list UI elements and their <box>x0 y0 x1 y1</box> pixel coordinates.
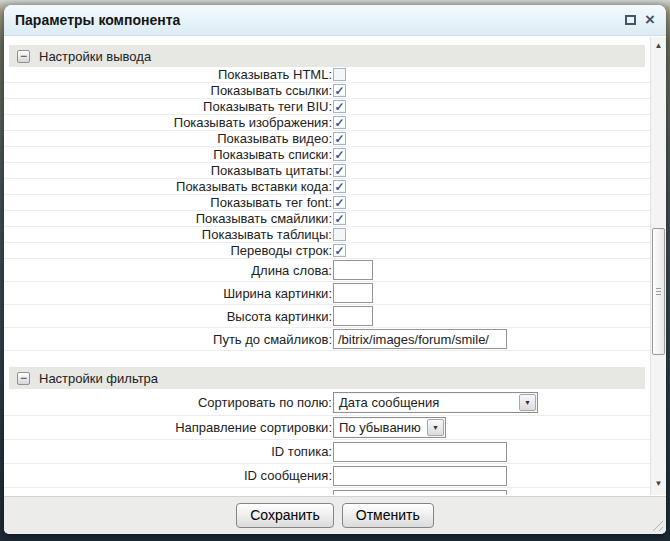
dialog-title: Параметры компонента <box>15 12 625 28</box>
input-row: ID топика: <box>4 440 650 464</box>
text-input[interactable] <box>333 490 507 496</box>
field-label: Длина слова: <box>4 263 332 278</box>
input-row: ID сообщения: <box>4 464 650 488</box>
scroll-down-icon[interactable]: ▼ <box>651 477 666 491</box>
checkbox[interactable]: ✓ <box>333 148 346 161</box>
text-input[interactable] <box>333 283 373 303</box>
scroll-up-icon[interactable]: ▲ <box>651 39 666 53</box>
cancel-button[interactable]: Отменить <box>342 503 434 528</box>
text-input[interactable] <box>333 442 507 462</box>
dialog-titlebar: Параметры компонента × <box>4 5 666 36</box>
checkbox[interactable] <box>333 228 346 241</box>
checkbox[interactable]: ✓ <box>333 244 346 257</box>
field-label: ID топика: <box>4 444 332 459</box>
checkbox[interactable]: ✓ <box>333 196 346 209</box>
maximize-icon[interactable] <box>625 15 636 25</box>
checkbox-row: Показывать смайлики: ✓ <box>4 211 650 227</box>
component-parameters-dialog: Параметры компонента × − Настройки вывод… <box>4 5 666 534</box>
field-label: Ширина картинки: <box>4 286 332 301</box>
text-input[interactable] <box>333 329 507 349</box>
field-label: Показывать изображения: <box>4 115 332 130</box>
section-title: Настройки фильтра <box>39 371 158 386</box>
select-value: По убыванию <box>334 420 427 435</box>
resize-grip[interactable] <box>650 518 663 531</box>
field-label: Переводы строк: <box>4 243 332 258</box>
select-value: Дата сообщения <box>334 395 519 410</box>
field-label: Показывать HTML: <box>4 67 332 82</box>
vertical-scrollbar[interactable]: ▲ ▼ <box>650 37 666 495</box>
section-gap <box>4 351 650 359</box>
field-label: Показывать теги BIU: <box>4 99 332 114</box>
section-header-filter-settings: − Настройки фильтра <box>9 367 645 389</box>
checkbox[interactable]: ✓ <box>333 116 346 129</box>
chevron-down-icon[interactable]: ▼ <box>427 419 444 436</box>
window-controls: × <box>625 13 655 27</box>
checkbox-row: Показывать тег font: ✓ <box>4 195 650 211</box>
field-label: Сортировать по полю: <box>4 395 332 410</box>
input-row: Длина слова: <box>4 259 650 282</box>
text-input[interactable] <box>333 306 373 326</box>
text-input[interactable] <box>333 466 507 486</box>
checkbox[interactable]: ✓ <box>333 164 346 177</box>
checkbox-row: Переводы строк: ✓ <box>4 243 650 259</box>
field-label: Показывать цитаты: <box>4 163 332 178</box>
select-row: Сортировать по полю: Дата сообщения ▼ <box>4 389 650 416</box>
collapse-icon[interactable]: − <box>17 372 30 385</box>
checkbox[interactable]: ✓ <box>333 84 346 97</box>
checkbox[interactable]: ✓ <box>333 212 346 225</box>
checkbox[interactable]: ✓ <box>333 180 346 193</box>
dialog-body: − Настройки вывода Показывать HTML: Пока… <box>4 37 650 495</box>
checkbox-row: Показывать цитаты: ✓ <box>4 163 650 179</box>
checkbox[interactable]: ✓ <box>333 132 346 145</box>
input-row: Путь до смайликов: <box>4 328 650 351</box>
output-input-rows: Длина слова: Ширина картинки: Высота кар… <box>4 259 650 351</box>
text-input[interactable] <box>333 260 373 280</box>
input-row: Ширина картинки: <box>4 282 650 305</box>
field-label: Показывать списки: <box>4 147 332 162</box>
field-label: Показывать тег font: <box>4 195 332 210</box>
field-label: Имя автора: <box>4 492 332 495</box>
checkbox-row: Показывать HTML: <box>4 67 650 83</box>
scrollbar-grip <box>656 288 661 296</box>
input-row: Имя автора: <box>4 488 650 495</box>
checkbox-row: Показывать ссылки: ✓ <box>4 83 650 99</box>
select-dropdown[interactable]: Дата сообщения ▼ <box>333 392 538 413</box>
checkbox-row: Показывать изображения: ✓ <box>4 115 650 131</box>
checkbox[interactable]: ✓ <box>333 100 346 113</box>
field-label: Показывать смайлики: <box>4 211 332 226</box>
save-button[interactable]: Сохранить <box>236 503 334 528</box>
chevron-down-icon[interactable]: ▼ <box>519 394 536 411</box>
field-label: ID сообщения: <box>4 468 332 483</box>
input-row: Высота картинки: <box>4 305 650 328</box>
field-label: Путь до смайликов: <box>4 332 332 347</box>
field-label: Показывать ссылки: <box>4 83 332 98</box>
close-icon[interactable]: × <box>645 13 655 27</box>
filter-select-rows: Сортировать по полю: Дата сообщения ▼ На… <box>4 389 650 440</box>
field-label: Направление сортировки: <box>4 420 332 435</box>
field-label: Показывать таблицы: <box>4 227 332 242</box>
checkbox-row: Показывать вставки кода: ✓ <box>4 179 650 195</box>
checkbox-row: Показывать видео: ✓ <box>4 131 650 147</box>
select-row: Направление сортировки: По убыванию ▼ <box>4 416 650 440</box>
section-title: Настройки вывода <box>39 49 151 64</box>
select-dropdown[interactable]: По убыванию ▼ <box>333 417 446 438</box>
checkbox-row: Показывать теги BIU: ✓ <box>4 99 650 115</box>
collapse-icon[interactable]: − <box>17 50 30 63</box>
dialog-footer: Сохранить Отменить <box>4 496 666 534</box>
output-checkbox-rows: Показывать HTML: Показывать ссылки: ✓ По… <box>4 67 650 259</box>
filter-input-rows: ID топика: ID сообщения: Имя автора: <box>4 440 650 495</box>
field-label: Высота картинки: <box>4 309 332 324</box>
checkbox-row: Показывать списки: ✓ <box>4 147 650 163</box>
field-label: Показывать вставки кода: <box>4 179 332 194</box>
checkbox-row: Показывать таблицы: <box>4 227 650 243</box>
section-header-output-settings: − Настройки вывода <box>9 45 645 67</box>
scrollbar-thumb[interactable] <box>652 228 665 355</box>
field-label: Показывать видео: <box>4 131 332 146</box>
checkbox[interactable] <box>333 68 346 81</box>
